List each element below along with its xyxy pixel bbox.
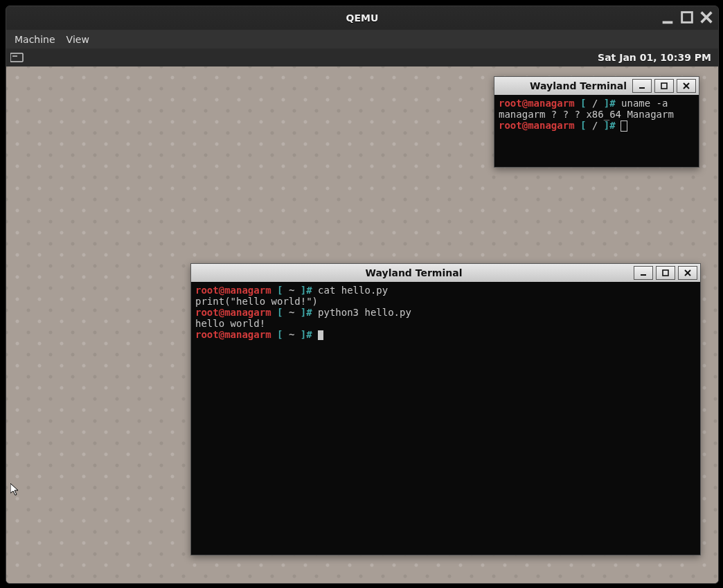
prompt-bracket: ]# [294, 285, 318, 296]
prompt-bracket: ]# [598, 120, 621, 131]
qemu-window-controls [660, 10, 714, 24]
terminal-output: hello world! [195, 318, 265, 329]
qemu-minimize-button[interactable] [660, 10, 675, 24]
terminal-output: print("hello world!") [195, 296, 318, 307]
terminal-large-minimize-button[interactable] [634, 266, 653, 280]
svg-rect-4 [10, 53, 23, 62]
terminal-cursor [621, 121, 627, 131]
prompt-bracket: [ [575, 98, 592, 109]
svg-rect-1 [682, 12, 693, 23]
terminal-large-titlebar[interactable]: Wayland Terminal [191, 264, 700, 283]
prompt-bracket: [ [575, 120, 592, 131]
svg-rect-7 [661, 83, 667, 89]
minimize-icon [639, 269, 648, 277]
terminal-large-close-button[interactable] [678, 266, 697, 280]
prompt-user: root@managarm [195, 285, 271, 296]
launcher-icon[interactable] [10, 52, 24, 63]
terminal-window-small[interactable]: Wayland Terminal root@managarm [ / ]# un… [494, 76, 699, 168]
maximize-icon [679, 10, 695, 25]
panel-clock: Sat Jan 01, 10:39 PM [598, 52, 711, 63]
qemu-close-button[interactable] [699, 10, 714, 24]
guest-surface: Sat Jan 01, 10:39 PM Wayland Terminal ro… [6, 48, 718, 583]
close-icon [699, 10, 714, 25]
qemu-titlebar: QEMU [6, 6, 718, 30]
terminal-small-maximize-button[interactable] [654, 79, 674, 93]
terminal-large-body[interactable]: root@managarm [ ~ ]# cat hello.py print(… [191, 282, 700, 555]
terminal-small-body[interactable]: root@managarm [ / ]# uname -a managarm ?… [494, 95, 699, 167]
maximize-icon [661, 269, 670, 277]
prompt-user: root@managarm [499, 120, 575, 131]
qemu-title: QEMU [346, 12, 379, 24]
terminal-command: python3 hello.py [318, 307, 411, 318]
menu-machine[interactable]: Machine [15, 34, 55, 45]
qemu-window: QEMU Machine View Sat Jan 01, 10:39 PM [6, 6, 719, 584]
minimize-icon [638, 82, 646, 90]
terminal-command: uname -a [621, 98, 668, 109]
close-icon [684, 269, 692, 277]
close-icon [682, 82, 690, 90]
prompt-user: root@managarm [195, 329, 271, 340]
prompt-bracket: [ [271, 307, 289, 318]
terminal-window-large[interactable]: Wayland Terminal root@managarm [ ~ ]# ca… [190, 263, 701, 555]
prompt-bracket: ]# [598, 98, 621, 109]
prompt-bracket: ]# [294, 307, 318, 318]
prompt-user: root@managarm [499, 98, 575, 109]
terminal-large-maximize-button[interactable] [656, 266, 675, 280]
desktop-panel: Sat Jan 01, 10:39 PM [6, 48, 718, 67]
terminal-large-title: Wayland Terminal [197, 267, 631, 278]
qemu-maximize-button[interactable] [679, 10, 695, 24]
prompt-bracket: ]# [294, 329, 318, 340]
qemu-menubar: Machine View [6, 30, 718, 48]
prompt-bracket: [ [271, 329, 289, 340]
minimize-icon [660, 10, 675, 25]
terminal-small-close-button[interactable] [677, 79, 696, 93]
menu-view[interactable]: View [66, 34, 89, 45]
terminal-small-minimize-button[interactable] [632, 79, 652, 93]
terminal-small-controls [630, 79, 696, 93]
terminal-large-controls [631, 266, 697, 280]
terminal-small-title: Wayland Terminal [500, 80, 630, 91]
terminal-output: managarm ? ? ? x86_64 Managarm [499, 109, 674, 120]
svg-rect-11 [663, 270, 668, 276]
terminal-small-titlebar[interactable]: Wayland Terminal [494, 77, 699, 96]
terminal-cursor [318, 330, 323, 340]
terminal-command: cat hello.py [318, 285, 388, 296]
maximize-icon [660, 82, 668, 90]
prompt-user: root@managarm [195, 307, 271, 318]
mouse-pointer-icon [10, 483, 21, 500]
svg-marker-14 [10, 483, 18, 495]
prompt-bracket: [ [271, 285, 289, 296]
